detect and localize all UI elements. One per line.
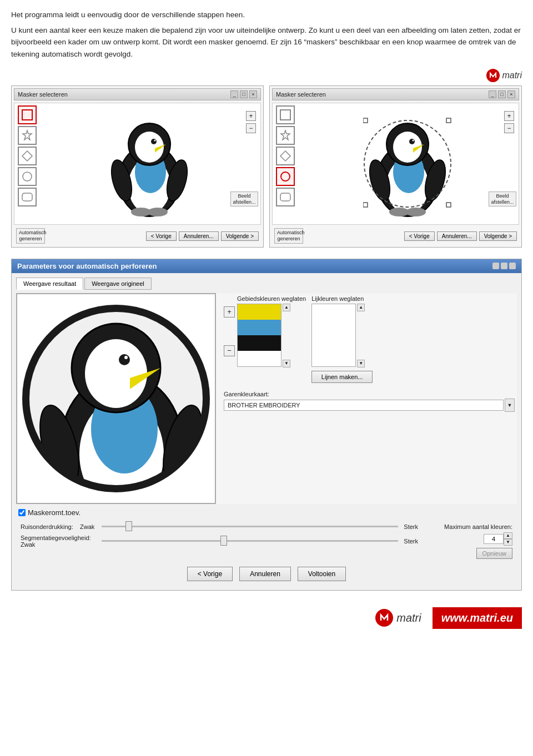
gebiedskleuren-zoom-minus[interactable]: − [224, 345, 235, 356]
screenshot2-beeld[interactable]: Beeld afstellen... [489, 191, 516, 207]
screenshot1-title: Masker selecteren [18, 91, 68, 98]
dialog-tabs: Weergave resultaat Weergave origineel [16, 278, 517, 290]
mask2-item-square[interactable] [276, 105, 295, 124]
screenshot2-annuleren-btn[interactable]: Annuleren... [437, 231, 477, 241]
gebiedskleuren-label: Gebiedskleuren weglaten [237, 295, 306, 302]
color-swatch-white[interactable] [238, 351, 281, 366]
ruis-right-label: Sterk [401, 523, 418, 530]
footer-website-box: www.matri.eu [433, 607, 522, 629]
matri-icon-top [486, 69, 500, 82]
color-swatch-black[interactable] [238, 335, 281, 351]
screenshot1-annuleren-btn[interactable]: Annuleren... [179, 231, 219, 241]
dialog-minimize[interactable] [492, 263, 499, 269]
screenshot1-footer: Automatisch genereren < Vorige Annuleren… [14, 227, 261, 245]
screenshot1-auto-gen[interactable]: Automatisch genereren [16, 228, 45, 244]
color-swatch-yellow[interactable] [238, 304, 281, 320]
lijnkleuren-group: Lijkleuren weglaten ▲ ▼ [311, 295, 515, 383]
gebiedskleuren-group: Gebiedskleuren weglaten [237, 295, 306, 367]
screenshot2-zoom-minus[interactable]: − [504, 123, 514, 133]
dialog-maximize[interactable] [501, 263, 507, 269]
svg-rect-38 [363, 203, 368, 207]
ruis-track [102, 526, 398, 527]
lijnkleuren-scroll-up[interactable]: ▲ [357, 304, 365, 311]
lijnkleuren-label: Lijkleuren weglaten [311, 295, 515, 302]
mask-item-circle[interactable] [18, 167, 37, 186]
screenshot1-beeld[interactable]: Beeld afstellen... [230, 191, 258, 207]
svg-rect-36 [363, 118, 368, 123]
lijnen-maken-btn[interactable]: Lijnen maken... [311, 371, 373, 383]
screenshot1-minimize[interactable]: _ [230, 90, 238, 98]
dialog-controls-area: + − Gebiedskleuren weglaten [222, 293, 517, 504]
seg-label: Segmentatiegevoeligheid: Zwak [21, 535, 98, 548]
screenshot-2: Masker selecteren _ □ × [269, 85, 522, 248]
screenshot2-penguin-area: + − [298, 105, 516, 222]
screenshot2-title: Masker selecteren [276, 91, 326, 98]
svg-marker-19 [281, 130, 290, 140]
screenshot2-zoom-controls: + − [504, 111, 514, 133]
dialog-action-buttons: < Vorige Annuleren Voltooien [16, 561, 517, 586]
screenshot1-zoom-plus[interactable]: + [246, 111, 256, 121]
screenshot2-auto-gen[interactable]: Automatisch genereren [274, 228, 303, 244]
mask2-item-diamond[interactable] [276, 147, 295, 165]
screenshot1-maximize[interactable]: □ [240, 90, 248, 98]
svg-rect-5 [22, 193, 32, 201]
maskeromt-checkbox[interactable] [18, 509, 26, 516]
garen-select-display[interactable]: BROTHER EMBROIDERY [224, 400, 504, 411]
gebiedskleuren-scroll-up[interactable]: ▲ [283, 304, 290, 311]
garen-dropdown-arrow[interactable]: ▼ [505, 399, 515, 412]
gebiedskleuren-zoom-plus[interactable]: + [224, 306, 235, 317]
dialog-preview-penguin [22, 296, 210, 501]
color-swatch-blue[interactable] [238, 320, 281, 335]
tab-origineel[interactable]: Weergave origineel [84, 278, 152, 290]
screenshot2-close[interactable]: × [507, 90, 515, 98]
footer-website: www.matri.eu [441, 612, 513, 624]
gebiedskleuren-scroll-down[interactable]: ▼ [283, 360, 290, 367]
mask-item-diamond[interactable] [18, 147, 37, 165]
svg-point-4 [23, 172, 32, 181]
screenshot2-vorige-btn[interactable]: < Vorige [404, 231, 435, 241]
screenshot1-close[interactable]: × [249, 90, 257, 98]
svg-rect-22 [280, 193, 290, 201]
svg-marker-2 [23, 130, 32, 140]
intro-line1: Het programma leidt u eenvoudig door de … [11, 9, 522, 21]
footer-matri-text: matri [396, 612, 421, 624]
screenshot2-volgende-btn[interactable]: Volgende > [479, 231, 517, 241]
maskeromt-label: Maskeromt.toev. [28, 508, 81, 517]
tab-resultaat[interactable]: Weergave resultaat [16, 278, 83, 290]
seg-thumb[interactable] [220, 536, 227, 546]
dialog-vorige-btn[interactable]: < Vorige [187, 567, 233, 581]
mask-item-rounded-rect[interactable] [18, 188, 37, 206]
mask-item-square-selected[interactable] [18, 105, 37, 124]
dialog-annuleren-btn[interactable]: Annuleren [239, 567, 291, 581]
screenshot2-zoom-plus[interactable]: + [504, 111, 514, 121]
screenshot1-volgende-btn[interactable]: Volgende > [221, 231, 259, 241]
max-colors-spin-down[interactable]: ▼ [504, 539, 512, 546]
max-colors-input-box: 4 ▲ ▼ [484, 532, 512, 546]
mask-item-star[interactable] [18, 126, 37, 145]
mask2-item-star[interactable] [276, 126, 295, 145]
mask2-item-circle-selected[interactable] [276, 167, 295, 186]
matri-logo-top: matri [486, 69, 522, 82]
max-colors-input[interactable]: 4 [484, 534, 504, 544]
max-colors-spin-up[interactable]: ▲ [504, 532, 512, 539]
ruis-thumb[interactable] [125, 521, 132, 531]
svg-point-12 [154, 140, 155, 142]
mask2-item-rounded-rect[interactable] [276, 188, 295, 206]
svg-point-48 [124, 356, 128, 359]
seg-row: Segmentatiegevoeligheid: Zwak Sterk [21, 535, 418, 548]
screenshot1-vorige-btn[interactable]: < Vorige [146, 231, 177, 241]
opnieuw-btn[interactable]: Opnieuw [476, 548, 512, 559]
intro-line2: U kunt een aantal keer een keuze maken d… [11, 24, 522, 61]
screenshot2-maximize[interactable]: □ [498, 90, 506, 98]
lijnkleuren-scroll-down[interactable]: ▼ [357, 360, 365, 367]
screenshot2-minimize[interactable]: _ [489, 90, 496, 98]
dialog-voltooien-btn[interactable]: Voltooien [298, 567, 346, 581]
dialog-close[interactable] [509, 263, 516, 269]
screenshot1-zoom-minus[interactable]: − [246, 123, 256, 133]
parameters-dialog: Parameters voor automatisch perforeren W… [11, 259, 522, 591]
lijnkleuren-list-empty [312, 304, 355, 366]
max-colors-col: Maximum aantal kleuren: 4 ▲ ▼ Opnieuw [424, 523, 512, 559]
svg-rect-18 [280, 110, 290, 120]
screenshot1-penguin [105, 108, 194, 219]
footer-matri-logo: matri [375, 609, 421, 627]
